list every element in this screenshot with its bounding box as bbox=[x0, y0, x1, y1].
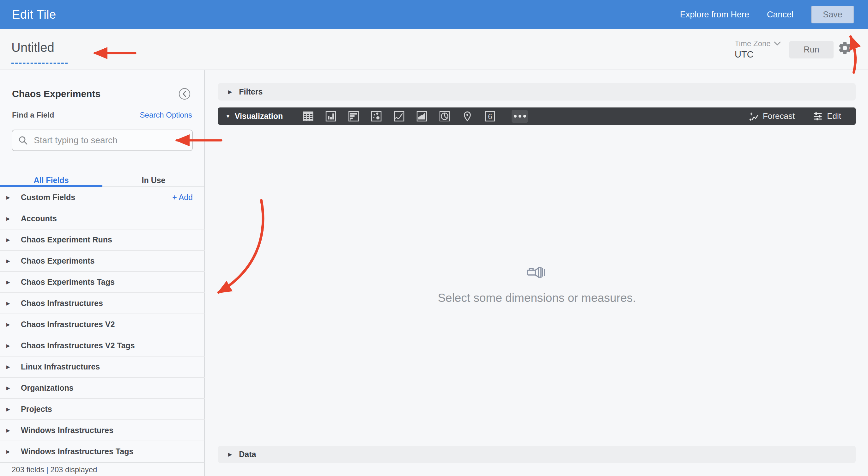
chevron-down-icon bbox=[774, 41, 781, 46]
scatter-chart-icon[interactable] bbox=[371, 111, 382, 122]
find-a-field-label: Find a Field bbox=[12, 111, 54, 119]
field-group-row[interactable]: ▶ Chaos Experiments Tags bbox=[0, 272, 205, 293]
expand-caret-icon[interactable]: ▶ bbox=[6, 322, 21, 327]
field-group-row[interactable]: ▶ Chaos Experiments bbox=[0, 251, 205, 272]
timezone-value: UTC bbox=[735, 49, 781, 60]
viz-empty-state: Select some dimensions or measures. bbox=[218, 266, 856, 305]
data-label: Data bbox=[239, 450, 256, 459]
dialog-title: Edit Tile bbox=[12, 8, 56, 22]
bar-chart-icon[interactable] bbox=[348, 111, 359, 122]
field-group-label: Chaos Infrastructures V2 bbox=[21, 320, 115, 329]
expand-caret-icon[interactable]: ▶ bbox=[6, 449, 21, 454]
forecast-icon bbox=[749, 112, 758, 121]
expand-caret-icon[interactable]: ▶ bbox=[6, 428, 21, 433]
field-group-label: Projects bbox=[21, 405, 52, 414]
query-toolbar: Untitled Time Zone UTC Run bbox=[0, 29, 868, 70]
line-chart-icon[interactable] bbox=[393, 111, 405, 122]
single-value-icon[interactable]: 6 bbox=[485, 111, 496, 122]
data-section-header[interactable]: ▶ Data bbox=[218, 446, 856, 463]
field-group-row[interactable]: ▶ Accounts bbox=[0, 208, 205, 230]
expand-caret-icon[interactable]: ▶ bbox=[6, 258, 21, 264]
expand-caret-icon[interactable]: ▶ bbox=[6, 364, 21, 370]
field-group-label: Chaos Infrastructures bbox=[21, 299, 103, 308]
single-value-glyph: 6 bbox=[488, 112, 492, 121]
field-group-label: Chaos Infrastructures V2 Tags bbox=[21, 341, 135, 350]
forecast-label: Forecast bbox=[763, 111, 795, 121]
expand-caret-icon: ▶ bbox=[228, 451, 232, 457]
field-group-list: ▶ Custom Fields + Add ▶ Accounts ▶ Chaos… bbox=[0, 187, 205, 463]
field-group-label: Chaos Experiments Tags bbox=[21, 277, 115, 287]
tile-title-input[interactable]: Untitled bbox=[11, 40, 68, 64]
field-group-label: Organizations bbox=[21, 383, 73, 392]
explore-from-here-button[interactable]: Explore from Here bbox=[680, 10, 749, 20]
field-group-row[interactable]: ▶ Chaos Infrastructures V2 bbox=[0, 314, 205, 335]
field-tabs: All Fields In Use bbox=[0, 169, 205, 187]
search-icon bbox=[18, 135, 28, 145]
field-group-row[interactable]: ▶ Chaos Infrastructures bbox=[0, 293, 205, 314]
forecast-button[interactable]: Forecast bbox=[749, 111, 795, 121]
expand-caret-icon[interactable]: ▶ bbox=[6, 343, 21, 349]
map-pin-icon[interactable] bbox=[462, 111, 473, 122]
flashlight-icon bbox=[526, 266, 547, 279]
find-a-field-row: Find a Field Search Options bbox=[12, 111, 192, 119]
cancel-button[interactable]: Cancel bbox=[767, 10, 794, 20]
expand-caret-icon[interactable]: ▶ bbox=[6, 237, 21, 243]
edit-label: Edit bbox=[827, 111, 841, 121]
area-chart-icon[interactable] bbox=[416, 111, 428, 122]
field-picker-sidebar: Chaos Experiments Find a Field Search Op… bbox=[0, 70, 205, 476]
visualization-section-header: ▼ Visualization bbox=[218, 108, 856, 125]
field-group-label: Accounts bbox=[21, 214, 57, 223]
field-group-row[interactable]: ▶ Windows Infrastructures Tags bbox=[0, 441, 205, 463]
field-group-label: Custom Fields bbox=[21, 193, 75, 202]
viz-type-picker: 6 bbox=[302, 110, 528, 123]
field-group-label: Chaos Experiment Runs bbox=[21, 235, 112, 244]
group-rows: ▶ Accounts ▶ Chaos Experiment Runs ▶ Cha… bbox=[0, 208, 205, 463]
expand-caret-icon[interactable]: ▶ bbox=[6, 279, 21, 285]
custom-fields-row[interactable]: ▶ Custom Fields + Add bbox=[0, 187, 205, 208]
visualization-label: Visualization bbox=[235, 112, 283, 121]
empty-state-text: Select some dimensions or measures. bbox=[218, 291, 856, 305]
filters-label: Filters bbox=[239, 87, 262, 96]
field-count-status: 203 fields | 203 displayed bbox=[0, 463, 204, 476]
field-group-row[interactable]: ▶ Windows Infrastructures bbox=[0, 420, 205, 441]
explore-title: Chaos Experiments bbox=[12, 89, 100, 99]
filters-section-header[interactable]: ▶ Filters bbox=[218, 83, 856, 100]
expand-caret-icon[interactable]: ▶ bbox=[6, 385, 21, 391]
field-group-row[interactable]: ▶ Organizations bbox=[0, 378, 205, 399]
field-group-row[interactable]: ▶ Linux Infrastructures bbox=[0, 357, 205, 378]
edit-tile-header: Edit Tile Explore from Here Cancel Save bbox=[0, 0, 868, 29]
field-search-box[interactable] bbox=[12, 129, 193, 151]
add-custom-field-button[interactable]: + Add bbox=[172, 193, 193, 202]
pie-chart-icon[interactable] bbox=[439, 111, 450, 122]
expand-caret-icon[interactable]: ▶ bbox=[6, 407, 21, 412]
more-options-icon[interactable] bbox=[512, 110, 528, 123]
search-options-link[interactable]: Search Options bbox=[140, 111, 192, 119]
field-group-row[interactable]: ▶ Projects bbox=[0, 399, 205, 420]
expand-caret-icon: ▶ bbox=[228, 89, 232, 95]
timezone-selector[interactable]: Time Zone UTC bbox=[735, 39, 781, 60]
header-actions: Explore from Here Cancel Save bbox=[680, 6, 868, 23]
field-search-input[interactable] bbox=[34, 135, 186, 145]
save-button[interactable]: Save bbox=[811, 6, 854, 23]
viz-actions: Forecast Edit bbox=[749, 111, 841, 121]
gear-icon[interactable] bbox=[837, 40, 852, 56]
collapse-caret-icon[interactable]: ▼ bbox=[226, 114, 230, 119]
field-group-label: Windows Infrastructures Tags bbox=[21, 447, 133, 456]
expand-caret-icon[interactable]: ▶ bbox=[6, 216, 21, 221]
timezone-label: Time Zone bbox=[735, 39, 771, 48]
column-chart-icon[interactable] bbox=[325, 111, 337, 122]
expand-caret-icon[interactable]: ▶ bbox=[6, 195, 21, 200]
table-icon[interactable] bbox=[302, 111, 314, 122]
run-button[interactable]: Run bbox=[789, 41, 834, 58]
field-group-row[interactable]: ▶ Chaos Infrastructures V2 Tags bbox=[0, 335, 205, 357]
field-group-label: Windows Infrastructures bbox=[21, 426, 114, 435]
tab-in-use[interactable]: In Use bbox=[102, 169, 205, 187]
field-group-label: Chaos Experiments bbox=[21, 256, 94, 266]
tab-all-fields[interactable]: All Fields bbox=[0, 169, 102, 187]
collapse-sidebar-icon[interactable] bbox=[178, 88, 191, 100]
expand-caret-icon[interactable]: ▶ bbox=[6, 301, 21, 306]
field-group-label: Linux Infrastructures bbox=[21, 362, 100, 371]
edit-button[interactable]: Edit bbox=[813, 111, 841, 121]
field-group-row[interactable]: ▶ Chaos Experiment Runs bbox=[0, 230, 205, 251]
edit-sliders-icon bbox=[813, 112, 823, 121]
